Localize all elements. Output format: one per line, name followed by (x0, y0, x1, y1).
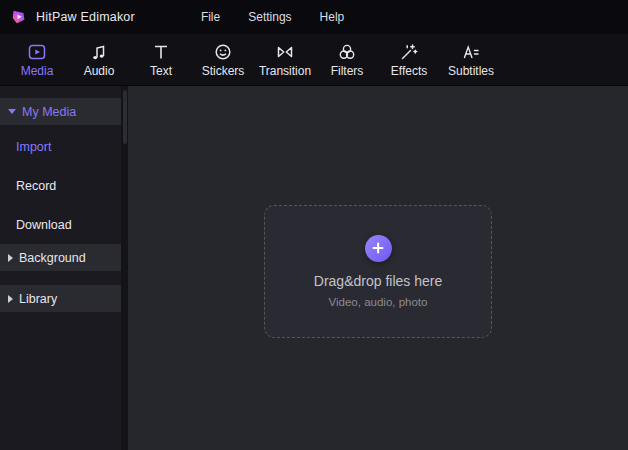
titlebar: HitPaw Edimakor File Settings Help (0, 0, 628, 34)
sidebar-scrollbar[interactable] (121, 86, 128, 450)
subtitles-icon (461, 42, 481, 62)
tab-label: Transition (259, 65, 311, 77)
effects-icon (399, 42, 419, 62)
section-gap (0, 273, 121, 285)
sidebar-item-label: Record (16, 179, 56, 193)
add-files-button[interactable] (365, 235, 392, 262)
tab-media[interactable]: Media (6, 34, 68, 86)
stickers-icon (213, 42, 233, 62)
sidebar-section-my-media[interactable]: My Media (0, 98, 121, 125)
dropzone-title: Drag&drop files here (314, 273, 442, 289)
app-title: HitPaw Edimakor (36, 10, 135, 24)
sidebar: My Media Import Record Download Backgrou… (0, 86, 121, 450)
sidebar-item-import[interactable]: Import (0, 127, 121, 166)
tab-filters[interactable]: Filters (316, 34, 378, 86)
tab-label: Effects (391, 65, 427, 77)
tab-text[interactable]: Text (130, 34, 192, 86)
media-panel: Drag&drop files here Video, audio, photo (128, 86, 628, 450)
tab-label: Subtitles (448, 65, 494, 77)
tab-subtitles[interactable]: Subtitles (440, 34, 502, 86)
app-logo-icon (10, 8, 28, 26)
caret-right-icon (8, 254, 13, 262)
menu-file[interactable]: File (187, 4, 234, 30)
sidebar-section-label: My Media (22, 105, 76, 119)
menu-bar: File Settings Help (187, 4, 358, 30)
tab-label: Stickers (202, 65, 245, 77)
tab-label: Audio (84, 65, 115, 77)
audio-icon (89, 42, 109, 62)
sidebar-section-label: Background (19, 251, 86, 265)
sidebar-section-label: Library (19, 292, 57, 306)
transition-icon (275, 42, 295, 62)
caret-right-icon (8, 295, 13, 303)
media-icon (27, 42, 47, 62)
sidebar-section-background[interactable]: Background (0, 244, 121, 271)
tab-audio[interactable]: Audio (68, 34, 130, 86)
menu-help[interactable]: Help (306, 4, 359, 30)
sidebar-item-record[interactable]: Record (0, 166, 121, 205)
content-area: My Media Import Record Download Backgrou… (0, 86, 628, 450)
tab-label: Text (150, 65, 172, 77)
caret-down-icon (8, 109, 16, 114)
tab-transition[interactable]: Transition (254, 34, 316, 86)
dropzone[interactable]: Drag&drop files here Video, audio, photo (264, 205, 492, 338)
filters-icon (337, 42, 357, 62)
app-window: HitPaw Edimakor File Settings Help Media… (0, 0, 628, 450)
sidebar-item-label: Download (16, 218, 72, 232)
scrollbar-thumb[interactable] (123, 90, 127, 144)
menu-settings[interactable]: Settings (234, 4, 305, 30)
text-icon (151, 42, 171, 62)
tab-label: Filters (331, 65, 364, 77)
dropzone-subtitle: Video, audio, photo (329, 296, 428, 308)
tab-label: Media (21, 65, 54, 77)
sidebar-item-download[interactable]: Download (0, 205, 121, 244)
tab-effects[interactable]: Effects (378, 34, 440, 86)
sidebar-item-label: Import (16, 140, 51, 154)
sidebar-section-library[interactable]: Library (0, 285, 121, 312)
tab-stickers[interactable]: Stickers (192, 34, 254, 86)
toolbar: Media Audio Text Stickers (0, 34, 628, 86)
